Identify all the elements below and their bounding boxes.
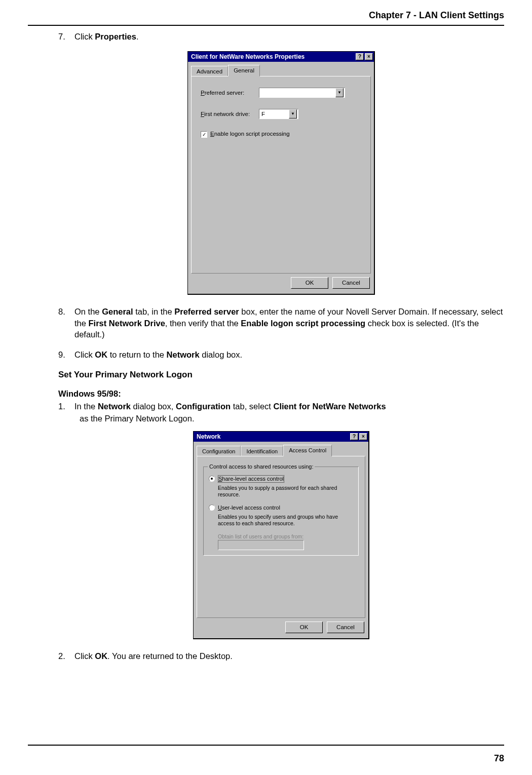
access-control-group: Control access to shared resources using… [203, 467, 359, 556]
cancel-button[interactable]: Cancel [332, 277, 370, 289]
step-8: 8. On the General tab, in the Preferred … [58, 306, 504, 340]
ok-button[interactable]: OK [291, 277, 328, 289]
step-text: On the [74, 307, 102, 316]
step-text: In the [74, 402, 98, 411]
user-level-desc: Enables you to specify users and groups … [218, 514, 353, 527]
first-network-drive-combo[interactable]: ▼ [259, 109, 298, 119]
step-number: 2. [58, 650, 74, 662]
step-bold: Network [167, 350, 200, 359]
step-bold: General [102, 307, 133, 316]
user-level-label: User-level access control [218, 504, 280, 512]
group-label: Control access to shared resources using… [208, 463, 315, 471]
footer-rule [28, 745, 504, 746]
step-number: 1. [58, 401, 74, 412]
step-bold: OK [95, 651, 107, 661]
tab-advanced[interactable]: Advanced [191, 66, 228, 76]
step-text: tab, in the [133, 307, 175, 316]
dialog-titlebar: Network ? × [194, 432, 368, 442]
step-text: . You are returned to the Desktop. [107, 651, 233, 661]
chapter-header: Chapter 7 - LAN Client Settings [28, 0, 504, 25]
step-text: tab, select [231, 402, 273, 411]
preferred-server-input[interactable] [259, 88, 335, 97]
cancel-button[interactable]: Cancel [327, 622, 364, 633]
first-network-drive-input[interactable] [259, 109, 289, 119]
step-number: 9. [58, 349, 74, 360]
step-text: dialog box, [131, 402, 176, 411]
tab-strip: Advanced General [188, 62, 374, 76]
step-bold: Client for NetWare Networks [274, 402, 386, 411]
step-bold: Preferred server [174, 307, 239, 316]
step-bold: Enable logon script processing [241, 319, 365, 328]
tab-access-control[interactable]: Access Control [283, 445, 332, 456]
step-text: Click [74, 350, 95, 359]
tab-panel-access-control: Control access to shared resources using… [197, 456, 365, 618]
obtain-list-label: Obtain list of users and groups from: [218, 533, 353, 540]
step-text: dialog box. [200, 350, 242, 359]
step-text: , then verify that the [165, 319, 241, 328]
preferred-server-label: Preferred server: [201, 89, 259, 97]
close-icon[interactable]: × [359, 433, 367, 440]
step-bold: First Network Drive [89, 319, 165, 328]
page-number: 78 [494, 753, 504, 764]
first-network-drive-label: First network drive: [201, 110, 259, 119]
help-icon[interactable]: ? [356, 53, 364, 60]
user-level-radio[interactable] [209, 505, 215, 511]
preferred-server-combo[interactable]: ▼ [259, 88, 345, 98]
step-number: 7. [58, 31, 74, 42]
share-level-label: Share-level access control [218, 475, 284, 483]
step-text: Click [74, 32, 95, 41]
help-icon[interactable]: ? [350, 433, 358, 440]
share-level-radio[interactable] [209, 476, 215, 482]
step-bold: OK [95, 350, 107, 359]
step-b1: 1. In the Network dialog box, Configurat… [58, 401, 504, 412]
step-b1-cont: as the Primary Network Logon. [58, 413, 504, 424]
tab-strip: Configuration Identification Access Cont… [194, 442, 368, 456]
dialog-titlebar: Client for NetWare Networks Properties ?… [188, 52, 374, 62]
network-dialog: Network ? × Configuration Identification… [193, 431, 369, 639]
step-bold: Properties [95, 32, 136, 41]
step-text: . [136, 32, 139, 41]
step-number: 8. [58, 306, 74, 340]
chevron-down-icon[interactable]: ▼ [289, 109, 297, 119]
tab-configuration[interactable]: Configuration [197, 446, 241, 456]
step-b2: 2. Click OK. You are returned to the Des… [58, 650, 504, 662]
step-bold: Network [98, 402, 131, 411]
chevron-down-icon[interactable]: ▼ [335, 88, 344, 97]
step-text: Click [74, 651, 95, 661]
header-rule [28, 25, 504, 26]
share-level-desc: Enables you to supply a password for eac… [218, 485, 353, 498]
tab-general[interactable]: General [228, 65, 260, 76]
section-heading: Set Your Primary Network Logon [58, 369, 504, 381]
step-7: 7. Click Properties. [58, 31, 504, 42]
enable-logon-label: Enable logon script processing [210, 130, 290, 138]
obtain-list-input [218, 540, 304, 550]
tab-identification[interactable]: Identification [241, 446, 283, 456]
netware-properties-dialog: Client for NetWare Networks Properties ?… [187, 51, 375, 295]
ok-button[interactable]: OK [285, 622, 323, 633]
dialog-title: Network [197, 433, 349, 441]
dialog-title: Client for NetWare Networks Properties [191, 53, 355, 61]
close-icon[interactable]: × [365, 53, 373, 60]
enable-logon-checkbox[interactable]: ✓ [201, 131, 207, 138]
tab-panel-general: Preferred server: ▼ First network drive:… [191, 76, 371, 274]
step-9: 9. Click OK to return to the Network dia… [58, 349, 504, 360]
sub-heading: Windows 95/98: [58, 388, 504, 399]
step-bold: Configuration [176, 402, 231, 411]
step-text: to return to the [107, 350, 166, 359]
